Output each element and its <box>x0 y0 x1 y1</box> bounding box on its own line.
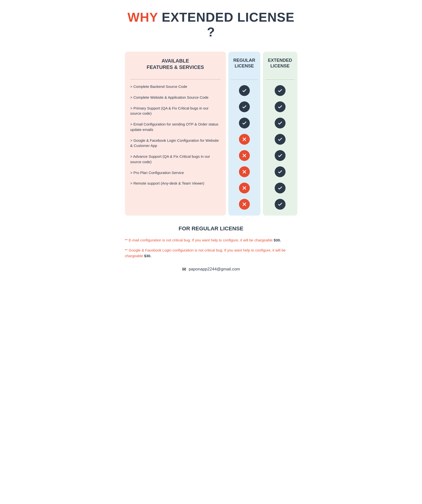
regular-icon-8 <box>239 199 250 210</box>
feature-item-3: > Primary Support (QA & Fix Critical bug… <box>130 106 220 116</box>
extended-icon-1 <box>275 85 286 96</box>
feature-item-2: > Complete Website & Application Source … <box>130 95 220 100</box>
feature-item-6: > Advance Support (QA & Fix Critical bug… <box>130 154 220 165</box>
email-text: paponapp2244@gmail.com <box>189 267 240 272</box>
extended-column: EXTENDED LICENSE <box>263 52 297 216</box>
regular-icon-5 <box>239 150 250 161</box>
feature-item-1: > Complete Backend Source Code <box>130 84 220 89</box>
regular-icons <box>231 84 258 210</box>
extended-icon-3 <box>275 118 286 128</box>
feature-item-8: > Remote support (Any-desk & Team Viewer… <box>130 181 220 186</box>
feature-item-4: > Email Configuration for sending OTP & … <box>130 122 220 132</box>
feature-item-5: > Google & Facebook Login Configuration … <box>130 138 220 149</box>
regular-icon-4 <box>239 134 250 145</box>
regular-icon-2 <box>239 101 250 112</box>
title-why: WHY <box>128 10 158 24</box>
extended-icon-6 <box>275 166 286 177</box>
regular-icon-6 <box>239 166 250 177</box>
extended-column-header: EXTENDED LICENSE <box>265 58 295 69</box>
email-icon: ✉ <box>182 266 186 272</box>
regular-column-header: REGULAR LICENSE <box>231 58 258 69</box>
features-column-header: AVAILABLE FEATURES & SERVICES <box>130 58 220 70</box>
extended-icon-2 <box>275 101 286 112</box>
extended-icon-4 <box>275 134 286 145</box>
page-title: WHY EXTENDED LICENSE ? <box>125 10 297 39</box>
title-rest: EXTENDED LICENSE ? <box>158 10 294 39</box>
regular-icon-3 <box>239 118 250 128</box>
regular-icon-7 <box>239 183 250 193</box>
extended-icon-7 <box>275 183 286 193</box>
feature-item-7: > Pro Plan Configuration Service <box>130 170 220 175</box>
extended-icon-5 <box>275 150 286 161</box>
comparison-table: AVAILABLE FEATURES & SERVICES > Complete… <box>125 52 297 216</box>
note-2: ** Google & Facebook Login configuration… <box>125 247 297 259</box>
regular-icon-1 <box>239 85 250 96</box>
regular-column: REGULAR LICENSE <box>228 52 260 216</box>
email-row: ✉ paponapp2244@gmail.com <box>125 266 297 272</box>
features-column: AVAILABLE FEATURES & SERVICES > Complete… <box>125 52 226 216</box>
footer-section: FOR REGULAR LICENSE ** E-mail configurat… <box>125 225 297 272</box>
section-label: FOR REGULAR LICENSE <box>125 225 297 232</box>
extended-icons <box>265 84 295 210</box>
note-1: ** E-mail configuration is not critical … <box>125 237 297 243</box>
extended-icon-8 <box>275 199 286 210</box>
